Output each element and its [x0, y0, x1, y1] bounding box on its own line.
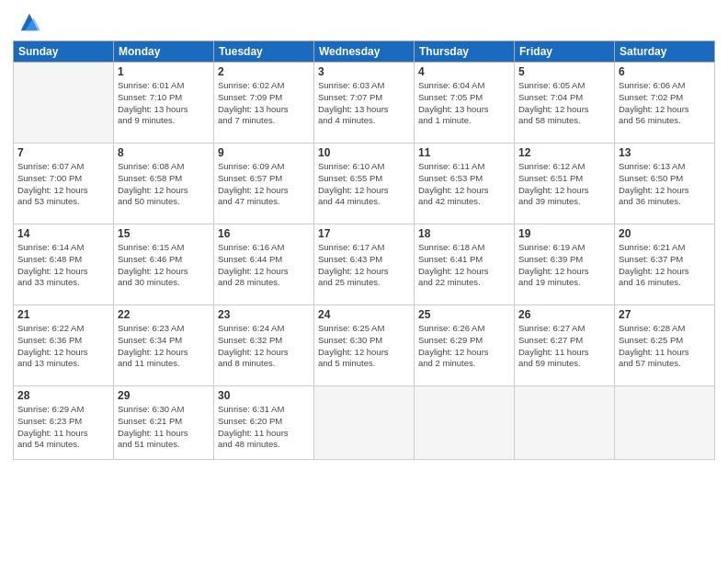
- calendar-cell: 6Sunrise: 6:06 AMSunset: 7:02 PMDaylight…: [615, 63, 715, 144]
- calendar-cell: 30Sunrise: 6:31 AMSunset: 6:20 PMDayligh…: [214, 386, 314, 460]
- day-info: Sunrise: 6:21 AMSunset: 6:37 PMDaylight:…: [619, 242, 711, 289]
- calendar-cell: 3Sunrise: 6:03 AMSunset: 7:07 PMDaylight…: [314, 63, 415, 144]
- calendar-week-3: 14Sunrise: 6:14 AMSunset: 6:48 PMDayligh…: [14, 224, 715, 305]
- calendar-cell: 1Sunrise: 6:01 AMSunset: 7:10 PMDaylight…: [114, 63, 214, 144]
- day-info: Sunrise: 6:27 AMSunset: 6:27 PMDaylight:…: [518, 323, 610, 370]
- day-info: Sunrise: 6:19 AMSunset: 6:39 PMDaylight:…: [518, 242, 610, 289]
- calendar-cell: 8Sunrise: 6:08 AMSunset: 6:58 PMDaylight…: [114, 144, 214, 224]
- day-info: Sunrise: 6:17 AMSunset: 6:43 PMDaylight:…: [318, 242, 410, 289]
- calendar-cell: 20Sunrise: 6:21 AMSunset: 6:37 PMDayligh…: [615, 224, 715, 305]
- calendar-header-saturday: Saturday: [615, 41, 715, 63]
- day-number: 15: [118, 227, 210, 240]
- day-info: Sunrise: 6:12 AMSunset: 6:51 PMDaylight:…: [518, 161, 610, 208]
- day-number: 10: [318, 146, 410, 159]
- day-info: Sunrise: 6:23 AMSunset: 6:34 PMDaylight:…: [118, 323, 210, 370]
- calendar-cell: 14Sunrise: 6:14 AMSunset: 6:48 PMDayligh…: [14, 224, 114, 305]
- day-number: 30: [218, 389, 310, 402]
- calendar-cell: 17Sunrise: 6:17 AMSunset: 6:43 PMDayligh…: [314, 224, 415, 305]
- day-number: 16: [218, 227, 310, 240]
- day-number: 25: [418, 308, 510, 321]
- calendar-cell: 22Sunrise: 6:23 AMSunset: 6:34 PMDayligh…: [114, 305, 214, 386]
- day-number: 26: [518, 308, 610, 321]
- day-info: Sunrise: 6:11 AMSunset: 6:53 PMDaylight:…: [418, 161, 510, 208]
- calendar-week-1: 1Sunrise: 6:01 AMSunset: 7:10 PMDaylight…: [14, 63, 715, 144]
- calendar-week-4: 21Sunrise: 6:22 AMSunset: 6:36 PMDayligh…: [14, 305, 715, 386]
- day-number: 22: [118, 308, 210, 321]
- calendar-week-5: 28Sunrise: 6:29 AMSunset: 6:23 PMDayligh…: [14, 386, 715, 460]
- day-number: 8: [118, 146, 210, 159]
- calendar-cell: 25Sunrise: 6:26 AMSunset: 6:29 PMDayligh…: [415, 305, 515, 386]
- calendar-cell: [14, 63, 114, 144]
- day-info: Sunrise: 6:24 AMSunset: 6:32 PMDaylight:…: [218, 323, 310, 370]
- day-info: Sunrise: 6:09 AMSunset: 6:57 PMDaylight:…: [218, 161, 310, 208]
- calendar-cell: 12Sunrise: 6:12 AMSunset: 6:51 PMDayligh…: [515, 144, 615, 224]
- day-info: Sunrise: 6:08 AMSunset: 6:58 PMDaylight:…: [118, 161, 210, 208]
- calendar-cell: 5Sunrise: 6:05 AMSunset: 7:04 PMDaylight…: [515, 63, 615, 144]
- calendar-cell: 9Sunrise: 6:09 AMSunset: 6:57 PMDaylight…: [214, 144, 314, 224]
- day-info: Sunrise: 6:14 AMSunset: 6:48 PMDaylight:…: [17, 242, 109, 289]
- day-info: Sunrise: 6:18 AMSunset: 6:41 PMDaylight:…: [418, 242, 510, 289]
- calendar-cell: [314, 386, 415, 460]
- day-info: Sunrise: 6:10 AMSunset: 6:55 PMDaylight:…: [318, 161, 410, 208]
- calendar-cell: 29Sunrise: 6:30 AMSunset: 6:21 PMDayligh…: [114, 386, 214, 460]
- calendar-cell: 21Sunrise: 6:22 AMSunset: 6:36 PMDayligh…: [14, 305, 114, 386]
- calendar-header-monday: Monday: [114, 41, 214, 63]
- day-info: Sunrise: 6:05 AMSunset: 7:04 PMDaylight:…: [518, 80, 610, 127]
- day-info: Sunrise: 6:31 AMSunset: 6:20 PMDaylight:…: [218, 404, 310, 451]
- calendar-cell: 10Sunrise: 6:10 AMSunset: 6:55 PMDayligh…: [314, 144, 415, 224]
- calendar-cell: 18Sunrise: 6:18 AMSunset: 6:41 PMDayligh…: [415, 224, 515, 305]
- day-info: Sunrise: 6:28 AMSunset: 6:25 PMDaylight:…: [619, 323, 711, 370]
- calendar-cell: [615, 386, 715, 460]
- day-number: 23: [218, 308, 310, 321]
- day-number: 5: [518, 65, 610, 78]
- day-number: 9: [218, 146, 310, 159]
- page-container: SundayMondayTuesdayWednesdayThursdayFrid…: [0, 0, 728, 563]
- day-info: Sunrise: 6:02 AMSunset: 7:09 PMDaylight:…: [218, 80, 310, 127]
- calendar-table: SundayMondayTuesdayWednesdayThursdayFrid…: [13, 40, 715, 460]
- day-number: 18: [418, 227, 510, 240]
- calendar-cell: 26Sunrise: 6:27 AMSunset: 6:27 PMDayligh…: [515, 305, 615, 386]
- logo-icon: [17, 9, 42, 35]
- day-number: 2: [218, 65, 310, 78]
- calendar-cell: 15Sunrise: 6:15 AMSunset: 6:46 PMDayligh…: [114, 224, 214, 305]
- calendar-header-thursday: Thursday: [415, 41, 515, 63]
- day-info: Sunrise: 6:16 AMSunset: 6:44 PMDaylight:…: [218, 242, 310, 289]
- day-info: Sunrise: 6:03 AMSunset: 7:07 PMDaylight:…: [318, 80, 410, 127]
- day-number: 4: [418, 65, 510, 78]
- calendar-cell: [415, 386, 515, 460]
- calendar-cell: 27Sunrise: 6:28 AMSunset: 6:25 PMDayligh…: [615, 305, 715, 386]
- day-info: Sunrise: 6:26 AMSunset: 6:29 PMDaylight:…: [418, 323, 510, 370]
- calendar-header-tuesday: Tuesday: [214, 41, 314, 63]
- day-info: Sunrise: 6:13 AMSunset: 6:50 PMDaylight:…: [619, 161, 711, 208]
- day-info: Sunrise: 6:29 AMSunset: 6:23 PMDaylight:…: [17, 404, 109, 451]
- day-number: 1: [118, 65, 210, 78]
- day-number: 27: [619, 308, 711, 321]
- calendar-cell: 16Sunrise: 6:16 AMSunset: 6:44 PMDayligh…: [214, 224, 314, 305]
- day-info: Sunrise: 6:07 AMSunset: 7:00 PMDaylight:…: [17, 161, 109, 208]
- calendar-cell: 13Sunrise: 6:13 AMSunset: 6:50 PMDayligh…: [615, 144, 715, 224]
- calendar-cell: 19Sunrise: 6:19 AMSunset: 6:39 PMDayligh…: [515, 224, 615, 305]
- day-info: Sunrise: 6:25 AMSunset: 6:30 PMDaylight:…: [318, 323, 410, 370]
- day-number: 12: [518, 146, 610, 159]
- page-header: [13, 9, 715, 35]
- day-info: Sunrise: 6:22 AMSunset: 6:36 PMDaylight:…: [17, 323, 109, 370]
- logo: [13, 9, 42, 35]
- calendar-header-row: SundayMondayTuesdayWednesdayThursdayFrid…: [14, 41, 715, 63]
- calendar-header-friday: Friday: [515, 41, 615, 63]
- calendar-cell: 2Sunrise: 6:02 AMSunset: 7:09 PMDaylight…: [214, 63, 314, 144]
- day-number: 14: [17, 227, 109, 240]
- calendar-cell: 4Sunrise: 6:04 AMSunset: 7:05 PMDaylight…: [415, 63, 515, 144]
- day-number: 17: [318, 227, 410, 240]
- day-info: Sunrise: 6:06 AMSunset: 7:02 PMDaylight:…: [619, 80, 711, 127]
- day-info: Sunrise: 6:15 AMSunset: 6:46 PMDaylight:…: [118, 242, 210, 289]
- day-number: 29: [118, 389, 210, 402]
- day-number: 21: [17, 308, 109, 321]
- day-info: Sunrise: 6:04 AMSunset: 7:05 PMDaylight:…: [418, 80, 510, 127]
- calendar-week-2: 7Sunrise: 6:07 AMSunset: 7:00 PMDaylight…: [14, 144, 715, 224]
- day-number: 11: [418, 146, 510, 159]
- calendar-cell: 24Sunrise: 6:25 AMSunset: 6:30 PMDayligh…: [314, 305, 415, 386]
- calendar-cell: 28Sunrise: 6:29 AMSunset: 6:23 PMDayligh…: [14, 386, 114, 460]
- day-number: 28: [17, 389, 109, 402]
- calendar-header-sunday: Sunday: [14, 41, 114, 63]
- day-number: 13: [619, 146, 711, 159]
